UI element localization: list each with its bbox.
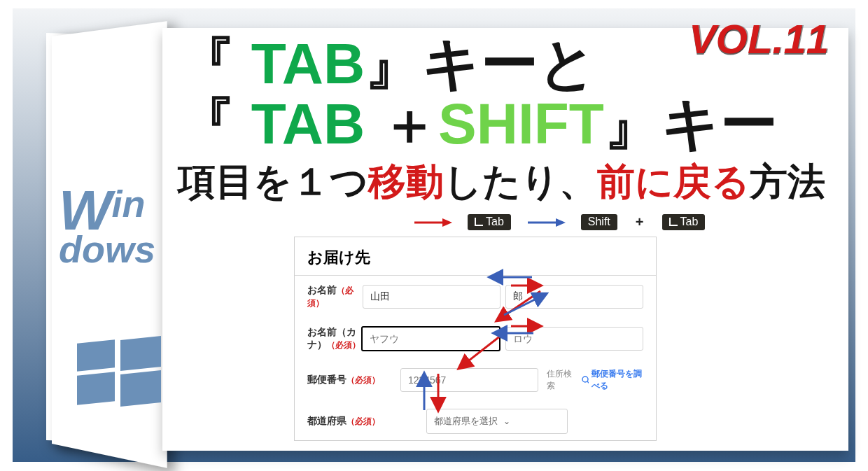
tab-keycap-2: Tab xyxy=(662,214,706,230)
name-last-input[interactable] xyxy=(363,285,500,309)
tab-keycap: Tab xyxy=(468,214,511,230)
svg-point-4 xyxy=(582,377,588,382)
backdrop: VOL.11 Win dows 『 TAB』キーと 『 TAB ＋SHIFT』キ… xyxy=(13,8,855,462)
shift-keycap: Shift xyxy=(581,214,617,230)
row-pref: 都道府県（必須） 都道府県を選択 ⌄ xyxy=(295,400,656,442)
subtitle: 項目を１つ移動したり、前に戻る方法 xyxy=(178,157,836,208)
form-title: お届け先 xyxy=(295,237,656,276)
title-shift: SHIFT xyxy=(438,92,604,155)
subtitle-e: 方法 xyxy=(750,160,825,202)
address-search-button[interactable]: 住所検索 xyxy=(547,368,573,392)
required-pref: （必須） xyxy=(346,416,380,426)
legend-plus: + xyxy=(636,214,644,230)
kana-last-input[interactable] xyxy=(361,326,500,351)
row-postal: 郵便番号（必須） 住所検索 郵便番号を調べる xyxy=(295,360,656,400)
svg-marker-1 xyxy=(442,218,452,227)
stage: VOL.11 Win dows 『 TAB』キーと 『 TAB ＋SHIFT』キ… xyxy=(0,0,868,471)
label-postal: 郵便番号 xyxy=(307,374,346,385)
arrow-blue-icon xyxy=(526,218,566,227)
name-first-input[interactable] xyxy=(505,285,643,309)
windows-dows: dows xyxy=(59,232,155,267)
pref-select[interactable]: 都道府県を選択 ⌄ xyxy=(426,409,568,434)
title-bracket-open-2: 『 xyxy=(178,92,251,155)
row-name: お名前（必須） xyxy=(295,276,656,318)
windows-wordmark: Win dows xyxy=(59,185,155,267)
title-tab-2: TAB xyxy=(251,92,365,155)
windows-in: in xyxy=(112,187,146,222)
subtitle-a: 項目を１つ xyxy=(178,160,368,202)
title-bracket-close-2: 』キー xyxy=(604,92,778,155)
label-pref: 都道府県 xyxy=(307,415,346,426)
search-icon xyxy=(582,376,588,384)
title-bracket-close-1: 』キーと xyxy=(365,31,597,95)
label-name: お名前 xyxy=(307,284,337,295)
required-kana: （必須） xyxy=(327,340,360,350)
windows-logo-icon xyxy=(77,336,161,405)
chevron-down-icon: ⌄ xyxy=(503,416,510,426)
key-legend: Tab Shift + Tab xyxy=(413,214,705,230)
title-area: 『 TAB』キーと 『 TAB ＋SHIFT』キー 項目を１つ移動したり、前に戻… xyxy=(178,34,836,208)
pref-select-value: 都道府県を選択 xyxy=(434,415,498,428)
postal-input[interactable] xyxy=(400,368,538,392)
title-tab-1: TAB xyxy=(251,31,365,95)
arrow-red-icon xyxy=(413,218,452,227)
postal-lookup-link[interactable]: 郵便番号を調べる xyxy=(582,368,643,392)
required-postal: （必須） xyxy=(346,375,380,385)
form-panel: お届け先 お名前（必須） お名前（カナ）（必須） 郵便番号（必須） 住所検索 xyxy=(294,237,657,441)
row-kana: お名前（カナ）（必須） xyxy=(295,318,656,360)
title-bracket-open-1: 『 xyxy=(178,31,251,95)
svg-marker-3 xyxy=(556,218,566,227)
kana-first-input[interactable] xyxy=(505,327,643,351)
title-plus: ＋ xyxy=(381,92,438,155)
svg-line-5 xyxy=(587,381,588,384)
subtitle-c: したり、 xyxy=(444,160,597,202)
subtitle-d: 前に戻る xyxy=(597,160,750,202)
subtitle-b: 移動 xyxy=(368,160,444,202)
